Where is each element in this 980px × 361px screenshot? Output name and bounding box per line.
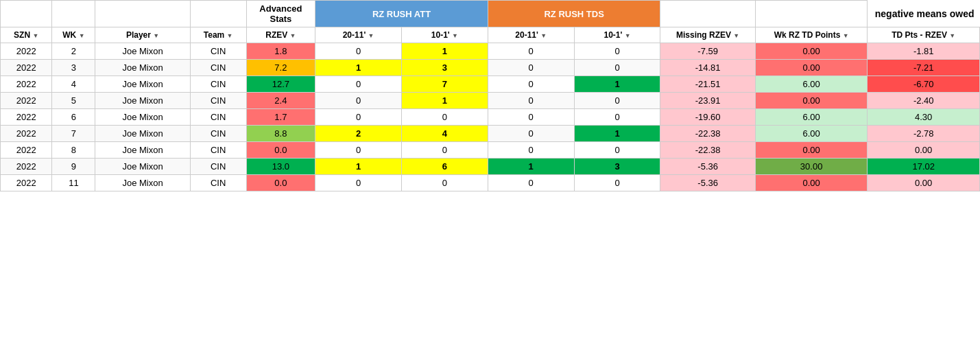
cell-att-20: 0 [315,43,402,60]
col-att-10-header[interactable]: 10-1' ▼ [402,27,488,43]
cell-tds-10: 1 [574,76,660,93]
att-20-filter-icon[interactable]: ▼ [368,32,374,39]
wk-rz-filter-icon[interactable]: ▼ [843,32,849,39]
table-row: 20224Joe MixonCIN12.70701-21.516.00-6.70 [1,76,980,93]
cell-rzev: 2.4 [246,93,315,109]
col-att-20-header[interactable]: 20-11' ▼ [315,27,402,43]
cell-szn: 2022 [1,93,52,109]
cell-missing: -19.60 [660,109,755,126]
cell-td-pts: -1.81 [868,43,980,60]
header-sub-row: SZN ▼ WK ▼ Player ▼ Team ▼ RZEV ▼ [1,27,980,43]
col-wk-header[interactable]: WK ▼ [52,27,95,43]
cell-tds-20: 0 [488,175,574,191]
cell-att-10: 1 [402,93,488,109]
header-team-empty [190,1,246,27]
cell-att-10: 0 [402,175,488,191]
cell-missing: -23.91 [660,93,755,109]
cell-team: CIN [190,175,246,191]
col-szn-header[interactable]: SZN ▼ [1,27,52,43]
col-tds-10-header[interactable]: 10-1' ▼ [574,27,660,43]
cell-att-10: 0 [402,109,488,126]
cell-wk: 7 [52,126,95,142]
cell-rzev: 13.0 [246,159,315,175]
col-tds-20-header[interactable]: 20-11' ▼ [488,27,574,43]
cell-att-20: 0 [315,93,402,109]
col-td-pts-header[interactable]: TD Pts - RZEV ▼ [868,27,980,43]
td-pts-label: TD Pts - RZEV [892,30,947,40]
cell-wk: 9 [52,159,95,175]
cell-missing: -22.38 [660,142,755,159]
cell-att-10: 4 [402,126,488,142]
cell-szn: 2022 [1,76,52,93]
cell-rzev: 12.7 [246,76,315,93]
cell-missing: -22.38 [660,126,755,142]
cell-team: CIN [190,43,246,60]
cell-att-10: 7 [402,76,488,93]
wk-filter-icon[interactable]: ▼ [79,32,85,39]
cell-tds-20: 0 [488,142,574,159]
main-table-container: Advanced Stats RZ RUSH ATT RZ RUSH TDS n… [0,0,980,191]
att-10-label: 10-1' [431,30,450,40]
cell-rzev: 0.0 [246,142,315,159]
cell-rzev: 8.8 [246,126,315,142]
cell-szn: 2022 [1,175,52,191]
cell-tds-10: 0 [574,175,660,191]
tds-10-filter-icon[interactable]: ▼ [625,32,631,39]
cell-att-20: 2 [315,126,402,142]
rzev-filter-icon[interactable]: ▼ [290,32,296,39]
cell-missing: -5.36 [660,159,755,175]
cell-wk-rz: 0.00 [755,175,868,191]
table-row: 202211Joe MixonCIN0.00000-5.360.000.00 [1,175,980,191]
td-pts-filter-icon[interactable]: ▼ [949,32,955,39]
col-rzev-header[interactable]: RZEV ▼ [246,27,315,43]
cell-missing: -7.59 [660,43,755,60]
cell-wk-rz: 6.00 [755,76,868,93]
cell-tds-20: 0 [488,126,574,142]
cell-player: Joe Mixon [95,109,190,126]
cell-tds-10: 0 [574,43,660,60]
table-row: 20225Joe MixonCIN2.40100-23.910.00-2.40 [1,93,980,109]
cell-td-pts: 0.00 [868,142,980,159]
cell-att-20: 1 [315,60,402,76]
header-szn-empty [1,1,52,27]
cell-tds-20: 1 [488,159,574,175]
player-filter-icon[interactable]: ▼ [153,32,159,39]
cell-tds-20: 0 [488,60,574,76]
att-10-filter-icon[interactable]: ▼ [452,32,458,39]
cell-player: Joe Mixon [95,76,190,93]
col-wk-rz-header[interactable]: Wk RZ TD Points ▼ [755,27,868,43]
cell-wk-rz: 30.00 [755,159,868,175]
cell-wk: 6 [52,109,95,126]
team-filter-icon[interactable]: ▼ [227,32,233,39]
cell-rzev: 0.0 [246,175,315,191]
cell-rzev: 1.8 [246,43,315,60]
tds-20-label: 20-11' [515,30,538,40]
header-empty-2 [755,1,868,27]
cell-wk: 8 [52,142,95,159]
szn-filter-icon[interactable]: ▼ [32,32,38,39]
cell-tds-20: 0 [488,76,574,93]
header-adv-stats: Advanced Stats [246,1,315,27]
cell-team: CIN [190,126,246,142]
col-team-header[interactable]: Team ▼ [190,27,246,43]
cell-wk-rz: 0.00 [755,43,868,60]
missing-label: Missing RZEV [676,30,731,40]
cell-td-pts: 17.02 [868,159,980,175]
cell-tds-10: 0 [574,93,660,109]
col-missing-header[interactable]: Missing RZEV ▼ [660,27,755,43]
cell-player: Joe Mixon [95,60,190,76]
cell-rzev: 1.7 [246,109,315,126]
table-row: 20227Joe MixonCIN8.82401-22.386.00-2.78 [1,126,980,142]
cell-missing: -14.81 [660,60,755,76]
cell-td-pts: -2.40 [868,93,980,109]
cell-td-pts: -2.78 [868,126,980,142]
cell-wk-rz: 6.00 [755,109,868,126]
cell-wk: 4 [52,76,95,93]
col-player-header[interactable]: Player ▼ [95,27,190,43]
tds-20-filter-icon[interactable]: ▼ [540,32,547,39]
header-wk-empty [52,1,95,27]
table-row: 20222Joe MixonCIN1.80100-7.590.00-1.81 [1,43,980,60]
cell-td-pts: 4.30 [868,109,980,126]
cell-szn: 2022 [1,109,52,126]
missing-filter-icon[interactable]: ▼ [733,32,739,39]
